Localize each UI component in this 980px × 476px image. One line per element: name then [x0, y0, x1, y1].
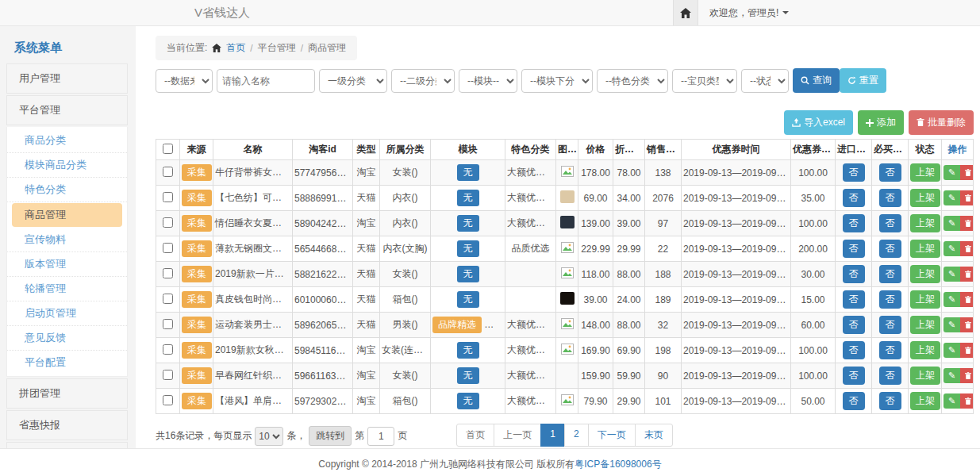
- import-select-toggle[interactable]: 否: [843, 392, 865, 410]
- import-select-toggle[interactable]: 否: [843, 265, 865, 283]
- reset-button[interactable]: 重置: [840, 68, 886, 93]
- import-select-toggle[interactable]: 否: [843, 316, 865, 334]
- module-sub-select[interactable]: --模块下分类--: [521, 69, 593, 93]
- sidebar-item-user-management[interactable]: 用户管理: [6, 63, 128, 94]
- must-buy-toggle[interactable]: 否: [879, 367, 901, 385]
- jump-page-input[interactable]: [367, 427, 394, 446]
- row-checkbox[interactable]: [163, 370, 173, 380]
- edit-button[interactable]: ✎: [943, 216, 960, 231]
- import-select-toggle[interactable]: 否: [843, 240, 865, 258]
- sidebar-subitem-module-product-category[interactable]: 模块商品分类: [7, 153, 127, 178]
- row-checkbox[interactable]: [163, 294, 173, 304]
- row-checkbox[interactable]: [163, 167, 173, 177]
- sidebar-item-message-management[interactable]: 消息管理: [6, 442, 128, 448]
- status-toggle[interactable]: 上架: [910, 316, 940, 334]
- must-buy-toggle[interactable]: 否: [879, 189, 901, 207]
- sidebar-subitem-feature-category[interactable]: 特色分类: [7, 178, 127, 202]
- must-buy-toggle[interactable]: 否: [879, 341, 901, 359]
- pager-next[interactable]: 下一页: [588, 424, 636, 447]
- row-checkbox[interactable]: [163, 344, 173, 355]
- edit-button[interactable]: ✎: [943, 267, 960, 282]
- edit-button[interactable]: ✎: [943, 241, 960, 256]
- row-checkbox[interactable]: [163, 395, 173, 405]
- edit-button[interactable]: ✎: [943, 368, 960, 383]
- home-button[interactable]: [673, 0, 698, 25]
- delete-button[interactable]: [960, 343, 973, 358]
- status-toggle[interactable]: 上架: [910, 341, 940, 359]
- row-checkbox[interactable]: [163, 268, 173, 278]
- delete-button[interactable]: [960, 267, 973, 282]
- status-toggle[interactable]: 上架: [910, 189, 940, 207]
- edit-button[interactable]: ✎: [943, 165, 960, 180]
- edit-button[interactable]: ✎: [943, 190, 960, 205]
- sidebar-subitem-version-management[interactable]: 版本管理: [7, 252, 127, 277]
- delete-button[interactable]: [960, 292, 973, 307]
- status-toggle[interactable]: 上架: [910, 214, 940, 232]
- pager-last[interactable]: 末页: [635, 424, 673, 447]
- import-select-toggle[interactable]: 否: [843, 163, 865, 182]
- status-toggle[interactable]: 上架: [910, 392, 940, 410]
- sidebar-subitem-splash-management[interactable]: 启动页管理: [7, 301, 127, 326]
- import-select-toggle[interactable]: 否: [843, 290, 865, 309]
- jump-button[interactable]: 跳转到: [309, 426, 352, 446]
- select-all-checkbox[interactable]: [163, 144, 173, 154]
- pager-first[interactable]: 首页: [456, 424, 494, 447]
- import-excel-button[interactable]: 导入excel: [784, 110, 853, 135]
- status-select[interactable]: --状态--: [741, 69, 789, 93]
- sidebar-subitem-promo-material[interactable]: 宣传物料: [7, 228, 127, 252]
- sidebar-subitem-platform-config[interactable]: 平台配置: [7, 351, 127, 374]
- delete-button[interactable]: [960, 241, 973, 256]
- add-button[interactable]: 添加: [858, 110, 904, 135]
- must-buy-toggle[interactable]: 否: [879, 163, 901, 182]
- edit-button[interactable]: ✎: [943, 393, 960, 409]
- import-select-toggle[interactable]: 否: [843, 189, 865, 207]
- row-checkbox[interactable]: [163, 243, 173, 253]
- breadcrumb-home-link[interactable]: 首页: [226, 41, 245, 55]
- must-buy-toggle[interactable]: 否: [879, 265, 901, 283]
- delete-button[interactable]: [960, 317, 973, 332]
- icp-link[interactable]: 粤ICP备16098006号: [575, 459, 661, 470]
- must-buy-toggle[interactable]: 否: [879, 316, 901, 334]
- category2-select[interactable]: --二级分类--: [391, 69, 455, 93]
- name-search-input[interactable]: [217, 69, 315, 93]
- row-checkbox[interactable]: [163, 192, 173, 202]
- sidebar-subitem-feedback[interactable]: 意见反馈: [7, 326, 127, 351]
- status-toggle[interactable]: 上架: [910, 367, 940, 385]
- sidebar-subitem-product-management-active[interactable]: 商品管理: [12, 203, 122, 227]
- edit-button[interactable]: ✎: [943, 343, 960, 358]
- pager-page-1[interactable]: 1: [540, 424, 565, 447]
- sidebar-subitem-carousel-management[interactable]: 轮播管理: [7, 277, 127, 301]
- pager-page-2[interactable]: 2: [564, 424, 589, 447]
- data-source-select[interactable]: --数据来源--: [156, 69, 213, 93]
- delete-button[interactable]: [960, 393, 973, 409]
- status-toggle[interactable]: 上架: [910, 240, 940, 258]
- import-select-toggle[interactable]: 否: [843, 214, 865, 232]
- batch-delete-button[interactable]: 批量删除: [909, 110, 974, 135]
- category1-select[interactable]: 一级分类: [319, 69, 387, 93]
- user-menu[interactable]: 欢迎您，管理员!: [698, 6, 980, 20]
- delete-button[interactable]: [960, 216, 973, 231]
- feature-category-select[interactable]: --特色分类--: [597, 69, 668, 93]
- search-button[interactable]: 查询: [793, 68, 840, 93]
- sidebar-item-platform-management[interactable]: 平台管理: [6, 95, 128, 125]
- item-type-select[interactable]: --宝贝类型--: [672, 69, 737, 93]
- must-buy-toggle[interactable]: 否: [879, 240, 901, 258]
- sidebar-item-savings-express[interactable]: 省惠快报: [6, 410, 128, 440]
- edit-button[interactable]: ✎: [943, 292, 960, 307]
- import-select-toggle[interactable]: 否: [843, 341, 865, 359]
- sidebar-item-groupbuy-management[interactable]: 拼团管理: [6, 378, 128, 409]
- per-page-select[interactable]: 10: [255, 427, 283, 446]
- row-checkbox[interactable]: [163, 319, 173, 329]
- import-select-toggle[interactable]: 否: [843, 367, 865, 385]
- status-toggle[interactable]: 上架: [910, 163, 940, 182]
- delete-button[interactable]: [960, 165, 973, 180]
- module-select[interactable]: --模块--: [459, 69, 517, 93]
- pager-prev[interactable]: 上一页: [494, 424, 541, 447]
- row-checkbox[interactable]: [163, 217, 173, 228]
- edit-button[interactable]: ✎: [943, 317, 960, 332]
- must-buy-toggle[interactable]: 否: [879, 290, 901, 309]
- must-buy-toggle[interactable]: 否: [879, 392, 901, 410]
- sidebar-subitem-product-category[interactable]: 商品分类: [7, 129, 127, 153]
- status-toggle[interactable]: 上架: [910, 265, 940, 283]
- status-toggle[interactable]: 上架: [910, 290, 940, 309]
